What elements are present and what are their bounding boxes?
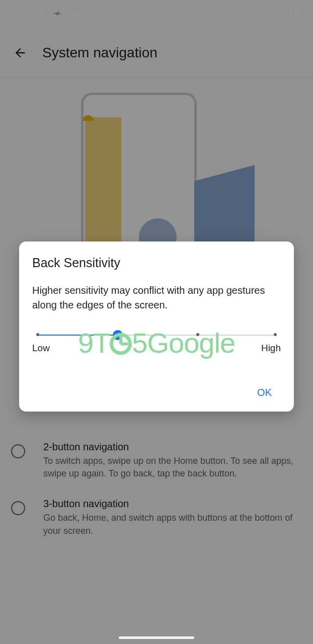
dialog-description: Higher sensitivity may conflict with any… xyxy=(32,283,281,312)
slider-thumb[interactable] xyxy=(113,330,123,340)
slider-high-label: High xyxy=(261,343,281,354)
ok-button[interactable]: OK xyxy=(248,382,281,404)
back-sensitivity-dialog: Back Sensitivity Higher sensitivity may … xyxy=(19,242,294,412)
sensitivity-slider[interactable]: Low High 9T5Google xyxy=(32,328,281,358)
gesture-nav-handle[interactable] xyxy=(119,636,194,639)
slider-low-label: Low xyxy=(32,343,50,354)
dialog-title: Back Sensitivity xyxy=(32,256,281,270)
